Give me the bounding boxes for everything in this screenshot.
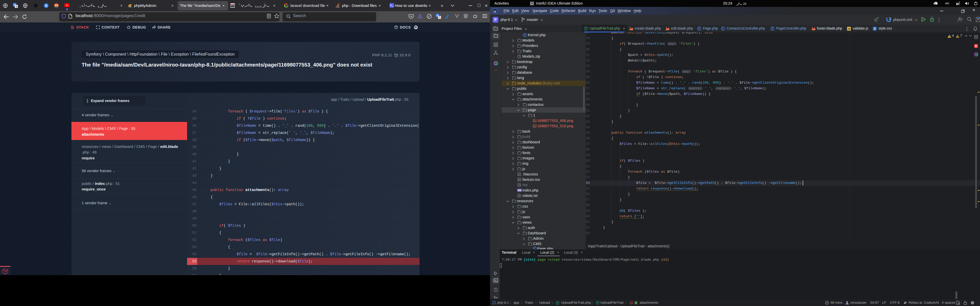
svg-text:23: 23: [743, 2, 746, 5]
svg-text:DAV: DAV: [846, 303, 848, 304]
svg-text:A: A: [45, 4, 47, 7]
